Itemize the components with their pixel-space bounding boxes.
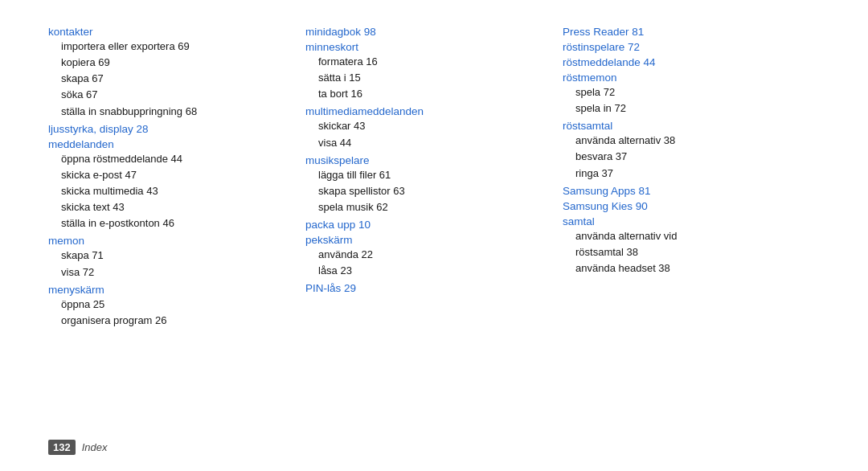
index-entry: kontakterimportera eller exportera 69kop… [48, 26, 289, 120]
index-columns: kontakterimportera eller exportera 69kop… [48, 26, 820, 430]
footer-label: Index [82, 441, 108, 453]
index-entry: minidagbok 98 [305, 26, 547, 38]
index-subitem: ringa 37 [563, 166, 804, 182]
index-subitem: ställa in snabbuppringning 68 [48, 104, 289, 120]
index-heading: röstsamtal [563, 120, 804, 132]
index-heading: Samsung Apps 81 [563, 185, 804, 197]
index-subitem: besvara 37 [563, 149, 804, 165]
index-entry: packa upp 10 [305, 219, 547, 231]
index-subitem: använda headset 38 [563, 260, 804, 276]
index-entry: Samsung Apps 81 [563, 185, 804, 197]
index-subitem: importera eller exportera 69 [48, 39, 289, 55]
index-heading: packa upp 10 [305, 219, 547, 231]
index-heading: minidagbok 98 [305, 26, 547, 38]
index-subitem: öppna 25 [48, 297, 289, 313]
index-heading: ljusstyrka, display 28 [48, 123, 289, 135]
index-entry: menyskärmöppna 25organisera program 26 [48, 284, 289, 329]
index-entry: PIN-lås 29 [305, 282, 547, 294]
index-heading: Samsung Kies 90 [563, 200, 804, 212]
index-subitem: ta bort 16 [305, 86, 547, 102]
page-container: kontakterimportera eller exportera 69kop… [0, 0, 868, 471]
index-heading: Press Reader 81 [563, 26, 804, 38]
index-subitem: skapa 67 [48, 71, 289, 87]
index-entry: pekskärmanvända 22låsa 23 [305, 234, 547, 279]
index-entry: memonskapa 71visa 72 [48, 235, 289, 280]
index-entry: röstinspelare 72 [563, 41, 804, 53]
index-column-1: kontakterimportera eller exportera 69kop… [48, 26, 305, 430]
index-subitem: sätta i 15 [305, 70, 547, 86]
index-subitem: använda alternativ 38 [563, 133, 804, 149]
index-heading: minneskort [305, 41, 547, 53]
index-heading: röstmeddelande 44 [563, 56, 804, 68]
index-heading: meddelanden [48, 138, 289, 150]
footer: 132 Index [48, 430, 820, 455]
index-entry: röstmeddelande 44 [563, 56, 804, 68]
index-subitem: visa 44 [305, 135, 547, 151]
index-entry: Press Reader 81 [563, 26, 804, 38]
index-entry: meddelandenöppna röstmeddelande 44skicka… [48, 138, 289, 232]
index-heading: kontakter [48, 26, 289, 38]
index-subitem: skapa spellistor 63 [305, 183, 547, 199]
index-subitem: skicka text 43 [48, 199, 289, 215]
index-entry: ljusstyrka, display 28 [48, 123, 289, 135]
index-subitem: spela in 72 [563, 100, 804, 117]
index-entry: samtalanvända alternativ vidröstsamtal 3… [563, 215, 804, 276]
index-entry: minneskortformatera 16sätta i 15ta bort … [305, 41, 547, 102]
index-entry: röstmemonspela 72spela in 72 [563, 72, 804, 117]
index-subitem: låsa 23 [305, 263, 547, 279]
index-subitem: skickar 43 [305, 118, 547, 134]
index-heading: pekskärm [305, 234, 547, 246]
index-entry: musikspelarelägga till filer 61skapa spe… [305, 154, 547, 215]
index-subitem: formatera 16 [305, 54, 547, 70]
index-column-2: minidagbok 98minneskortformatera 16sätta… [305, 26, 563, 430]
index-subitem: skicka e-post 47 [48, 167, 289, 183]
index-subitem: skapa 71 [48, 248, 289, 264]
index-subitem: organisera program 26 [48, 313, 289, 329]
index-subitem: söka 67 [48, 87, 289, 103]
index-heading: menyskärm [48, 284, 289, 296]
index-heading: samtal [563, 215, 804, 227]
index-heading: musikspelare [305, 154, 547, 166]
index-heading: röstinspelare 72 [563, 41, 804, 53]
index-subitem: använda 22 [305, 247, 547, 263]
index-subitem: röstsamtal 38 [563, 244, 804, 260]
index-subitem: använda alternativ vid [563, 228, 804, 244]
index-subitem: spela 72 [563, 84, 804, 100]
index-heading: röstmemon [563, 72, 804, 84]
index-subitem: kopiera 69 [48, 55, 289, 71]
index-subitem: öppna röstmeddelande 44 [48, 151, 289, 167]
index-subitem: visa 72 [48, 264, 289, 281]
index-subitem: spela musik 62 [305, 199, 547, 215]
index-subitem: skicka multimedia 43 [48, 183, 289, 199]
index-column-3: Press Reader 81röstinspelare 72röstmedde… [563, 26, 820, 430]
page-number: 132 [48, 440, 76, 455]
index-subitem: ställa in e-postkonton 46 [48, 215, 289, 231]
index-heading: PIN-lås 29 [305, 282, 547, 294]
index-heading: memon [48, 235, 289, 247]
index-subitem: lägga till filer 61 [305, 167, 547, 183]
index-entry: multimediameddelandenskickar 43visa 44 [305, 105, 547, 150]
index-heading: multimediameddelanden [305, 105, 547, 117]
index-entry: röstsamtalanvända alternativ 38besvara 3… [563, 120, 804, 181]
index-entry: Samsung Kies 90 [563, 200, 804, 212]
